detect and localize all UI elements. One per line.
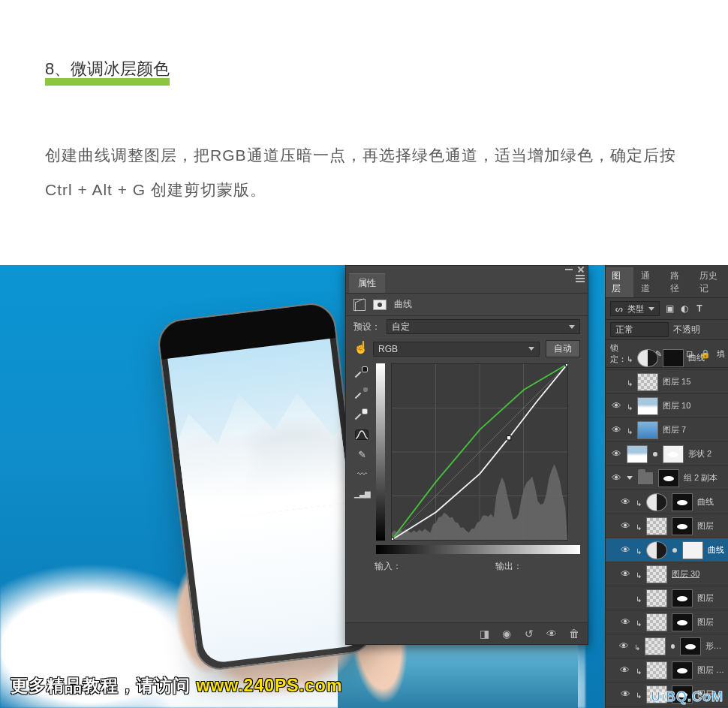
layer-mask-thumbnail[interactable]	[663, 349, 684, 367]
layer-thumbnail[interactable]	[646, 661, 667, 679]
layers-panel: 图层通道路径历史记 ᔕ 类型 ▣ ◐ T 正常 不透明 锁定： ▦ ✎ ✥ ⊡ …	[605, 265, 728, 708]
layer-name[interactable]: 图层 30	[672, 568, 699, 580]
channel-select[interactable]: RGB	[373, 342, 540, 357]
layer-row[interactable]: 👁组 2 副本	[606, 466, 728, 490]
curve-tool-icon[interactable]	[355, 429, 369, 440]
layer-row[interactable]: ↳图层	[606, 586, 728, 610]
gray-point-eyedropper-icon[interactable]	[356, 387, 368, 399]
output-value-field[interactable]	[522, 560, 560, 571]
auto-button[interactable]: 自动	[546, 340, 580, 357]
layer-thumbnail[interactable]	[646, 517, 667, 535]
layer-name[interactable]: 图层 15	[663, 376, 690, 387]
group-expand-icon[interactable]	[627, 476, 633, 480]
toggle-visibility-icon[interactable]: 👁	[546, 628, 558, 640]
layer-filter-type[interactable]: ᔕ 类型	[610, 301, 660, 316]
visibility-toggle-icon[interactable]: 👁	[610, 472, 622, 484]
close-icon[interactable]	[577, 266, 585, 273]
layer-thumbnail[interactable]	[637, 397, 658, 415]
layers-tab-3[interactable]: 历史记	[693, 267, 728, 297]
layer-thumbnail[interactable]	[646, 541, 667, 559]
white-point-eyedropper-icon[interactable]	[356, 408, 368, 420]
layer-thumbnail[interactable]	[627, 445, 648, 463]
layer-row[interactable]: 👁↳图层	[606, 514, 728, 538]
visibility-toggle-icon[interactable]: 👁	[619, 688, 631, 700]
black-point-eyedropper-icon[interactable]	[356, 366, 368, 378]
layer-thumbnail[interactable]	[637, 373, 658, 391]
visibility-toggle-icon[interactable]: 👁	[619, 520, 631, 532]
layer-mask-thumbnail[interactable]	[663, 445, 684, 463]
smooth-tool-icon[interactable]	[355, 468, 369, 479]
visibility-toggle-icon[interactable]: 👁	[610, 424, 622, 435]
layer-thumbnail[interactable]	[646, 589, 667, 607]
layer-row[interactable]: 👁↳曲线	[606, 538, 728, 562]
input-value-field[interactable]	[402, 560, 439, 571]
layer-name[interactable]: 曲线	[688, 352, 705, 363]
layer-thumbnail[interactable]	[637, 349, 658, 367]
layer-name[interactable]: 图层	[697, 520, 714, 532]
layer-row[interactable]: 👁↳图层 10	[606, 394, 728, 418]
layer-name[interactable]: 形状 2	[688, 448, 711, 459]
layer-mask-thumbnail[interactable]	[672, 661, 693, 679]
filter-pixel-icon[interactable]: ▣	[664, 303, 675, 314]
layer-name[interactable]: 曲线	[708, 544, 724, 556]
layer-mask-thumbnail[interactable]	[680, 637, 701, 655]
preset-select[interactable]: 自定	[387, 319, 580, 334]
visibility-toggle-icon[interactable]: 👁	[619, 664, 631, 676]
layer-name[interactable]: 组 2 副本	[684, 472, 717, 484]
layers-tab-0[interactable]: 图层	[606, 267, 633, 297]
layer-mask-thumbnail[interactable]	[672, 613, 693, 631]
visibility-toggle-icon[interactable]: 👁	[619, 616, 631, 628]
layers-tab-2[interactable]: 路径	[664, 267, 692, 297]
properties-tab[interactable]: 属性	[349, 273, 385, 293]
visibility-toggle-icon[interactable]: 👁	[619, 568, 631, 580]
visibility-toggle-icon[interactable]: 👁	[610, 448, 622, 459]
visibility-toggle-icon[interactable]: 👁	[619, 640, 630, 652]
layer-row[interactable]: ↳曲线	[606, 346, 728, 370]
layer-thumbnail[interactable]	[646, 565, 667, 583]
layer-mask-thumbnail[interactable]	[682, 541, 703, 559]
layer-name[interactable]: 图层 7	[663, 424, 686, 435]
layer-name[interactable]: 图层	[697, 616, 714, 628]
layer-mask-thumbnail[interactable]	[672, 517, 693, 535]
layer-row[interactable]: 👁↳图层 30	[606, 562, 728, 586]
layer-thumbnail[interactable]	[646, 613, 667, 631]
reset-icon[interactable]: ↺	[523, 628, 535, 640]
layer-mask-thumbnail[interactable]	[672, 589, 693, 607]
curves-graph[interactable]	[391, 363, 568, 541]
layer-row[interactable]: 👁形状 2	[606, 442, 728, 466]
layer-name[interactable]: 形状 2	[705, 640, 725, 652]
layer-row[interactable]: 👁↳图层 32	[606, 658, 728, 682]
layer-mask-thumbnail[interactable]	[672, 493, 693, 511]
layer-thumbnail[interactable]	[637, 421, 658, 439]
layer-row[interactable]: 👁↳曲线	[606, 490, 728, 514]
layer-thumbnail[interactable]	[645, 637, 666, 655]
layer-row[interactable]: 👁↳图层 7	[606, 418, 728, 442]
svg-rect-8	[565, 364, 567, 366]
layer-row[interactable]: 👁↳图层	[606, 610, 728, 634]
layer-name[interactable]: 图层 10	[663, 400, 690, 411]
blend-mode-select[interactable]: 正常	[610, 322, 669, 337]
collapse-icon[interactable]	[565, 269, 573, 270]
clip-to-layer-icon[interactable]: ◨	[478, 628, 490, 640]
visibility-toggle-icon[interactable]: 👁	[619, 496, 631, 508]
histogram-options-icon[interactable]	[355, 488, 369, 499]
layers-tab-1[interactable]: 通道	[635, 267, 663, 297]
layer-name[interactable]: 图层	[697, 592, 714, 604]
targeted-adjust-icon[interactable]	[353, 342, 367, 357]
layer-mask-thumbnail[interactable]	[658, 469, 679, 487]
layer-name[interactable]: 曲线	[697, 496, 714, 508]
pencil-tool-icon[interactable]	[355, 449, 369, 459]
layer-thumbnail[interactable]	[646, 493, 667, 511]
layer-row[interactable]: 👁↳形状 2	[606, 634, 728, 658]
visibility-toggle-icon[interactable]: 👁	[619, 544, 631, 556]
panel-menu-icon[interactable]	[576, 275, 585, 282]
layer-name[interactable]: 图层 32	[697, 664, 725, 676]
view-previous-icon[interactable]: ◉	[501, 628, 513, 640]
visibility-toggle-icon[interactable]: 👁	[610, 400, 622, 411]
filter-adjust-icon[interactable]: ◐	[679, 303, 690, 314]
layer-mask-icon[interactable]	[373, 300, 387, 310]
trash-icon[interactable]: 🗑	[568, 628, 580, 640]
filter-type-icon[interactable]: T	[694, 303, 705, 314]
opacity-label: 不透明	[673, 324, 700, 336]
layer-row[interactable]: ↳图层 15	[606, 370, 728, 394]
